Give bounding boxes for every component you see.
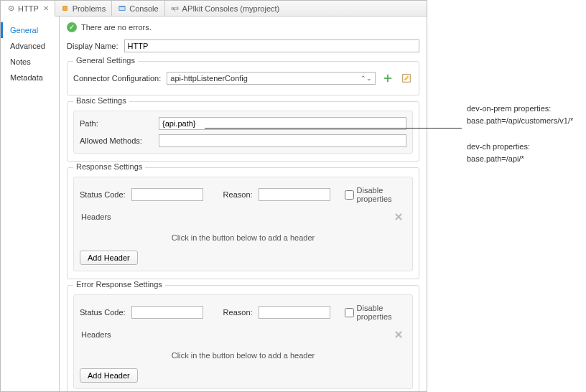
tab-label: HTTP (18, 4, 39, 13)
reason-input[interactable] (259, 306, 330, 319)
svg-text:!: ! (65, 6, 66, 11)
allowed-methods-input[interactable] (159, 134, 406, 147)
reason-input[interactable] (259, 188, 330, 201)
headers-hint: Click in the button below to add a heade… (80, 226, 406, 251)
chevron-updown-icon: ⌃⌄ (358, 75, 372, 82)
annotation-line: base.path=/api/* (467, 153, 530, 165)
remove-header-button[interactable] (392, 328, 405, 341)
tab-http[interactable]: HTTP ✕ (1, 1, 55, 17)
status-code-input[interactable] (131, 188, 203, 201)
svg-point-1 (10, 7, 11, 9)
basic-settings-section: Basic Settings Path: Allowed Methods: (67, 101, 419, 162)
add-config-button[interactable] (381, 72, 394, 85)
sidebar-item-general[interactable]: General (1, 22, 59, 38)
display-name-label: Display Name: (67, 42, 118, 50)
tab-label: APIkit Consoles (myproject) (182, 4, 280, 13)
check-icon: ✓ (67, 22, 77, 32)
connector-config-label: Connector Configuration: (73, 74, 161, 83)
headers-label: Headers (81, 330, 111, 339)
section-title: Error Response Settings (73, 280, 165, 289)
status-text: There are no errors. (81, 23, 152, 32)
tab-label: Problems (73, 4, 106, 13)
annotation-dev-on-prem: dev-on-prem properties: base.path=/api/c… (467, 103, 573, 126)
sidebar: General Advanced Notes Metadata (1, 17, 60, 391)
close-icon[interactable]: ✕ (43, 4, 49, 12)
add-header-button[interactable]: Add Header (80, 251, 138, 265)
add-header-button[interactable]: Add Header (80, 368, 138, 383)
tab-console[interactable]: Console (112, 1, 164, 16)
sidebar-item-metadata[interactable]: Metadata (1, 70, 59, 85)
disable-properties-label: Disable properties (357, 304, 406, 321)
warning-icon: ! (61, 4, 70, 13)
status-code-label: Status Code: (80, 308, 126, 317)
section-title: Basic Settings (73, 96, 129, 105)
connector-config-value: api-httpListenerConfig (170, 74, 248, 83)
sidebar-item-advanced[interactable]: Advanced (1, 38, 59, 54)
general-settings-section: General Settings Connector Configuration… (67, 61, 419, 95)
disable-properties-input[interactable] (345, 190, 354, 200)
section-title: Response Settings (73, 162, 145, 171)
annotation-title: dev-on-prem properties: (467, 103, 573, 115)
connector-config-select[interactable]: api-httpListenerConfig ⌃⌄ (167, 72, 376, 85)
annotation-line: base.path=/api/customers/v1/* (467, 115, 573, 127)
path-label: Path: (80, 119, 159, 128)
headers-hint: Click in the button below to add a heade… (80, 344, 406, 368)
sidebar-item-notes[interactable]: Notes (1, 54, 59, 70)
api-icon: api (171, 4, 180, 13)
display-name-input[interactable] (124, 39, 419, 52)
edit-config-button[interactable] (400, 72, 413, 85)
reason-label: Reason: (223, 308, 253, 317)
gear-icon (6, 4, 15, 13)
tab-bar: HTTP ✕ ! Problems Console api APIkit Con… (1, 1, 427, 17)
tab-apikit[interactable]: api APIkit Consoles (myproject) (165, 1, 286, 16)
disable-properties-label: Disable properties (357, 186, 406, 203)
headers-label: Headers (81, 213, 111, 221)
annotation-title: dev-ch properties: (467, 141, 530, 153)
response-settings-section: Response Settings Status Code: Reason: D… (67, 167, 419, 279)
console-icon (118, 4, 126, 13)
annotation-dev-ch: dev-ch properties: base.path=/api/* (467, 141, 530, 164)
svg-rect-5 (119, 6, 125, 10)
tab-problems[interactable]: ! Problems (55, 1, 112, 16)
content-panel: ✓ There are no errors. Display Name: Gen… (60, 17, 427, 391)
annotation-leader-line (205, 128, 462, 129)
disable-properties-checkbox[interactable]: Disable properties (345, 304, 406, 321)
section-title: General Settings (73, 56, 138, 65)
remove-header-button[interactable] (392, 210, 405, 223)
disable-properties-input[interactable] (345, 308, 354, 317)
svg-rect-7 (384, 78, 392, 79)
disable-properties-checkbox[interactable]: Disable properties (345, 186, 406, 203)
status-code-input[interactable] (131, 306, 203, 319)
tab-label: Console (129, 4, 158, 13)
status-code-label: Status Code: (80, 190, 126, 199)
status-line: ✓ There are no errors. (67, 21, 419, 37)
error-response-settings-section: Error Response Settings Status Code: Rea… (67, 285, 419, 391)
annotation-panel: dev-on-prem properties: base.path=/api/c… (427, 0, 586, 392)
reason-label: Reason: (223, 190, 253, 199)
allowed-methods-label: Allowed Methods: (80, 136, 159, 145)
